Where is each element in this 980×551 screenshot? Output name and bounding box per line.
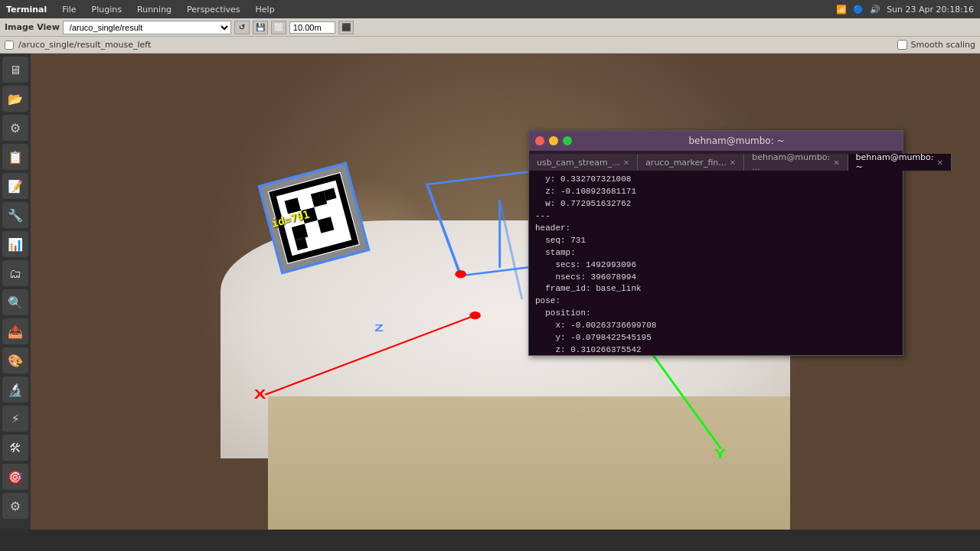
mouse-pos-text: /aruco_single/result_mouse_left [18, 40, 151, 50]
terminal-minimize-btn[interactable] [549, 136, 558, 145]
sidebar-icon-list[interactable]: 📋 [2, 144, 28, 170]
tab-close-behnam2[interactable]: ✕ [937, 158, 943, 167]
camera-image: id=701 X Y [31, 54, 980, 530]
terminal-line-3: --- [535, 210, 897, 223]
network-icon: 📶 [836, 5, 847, 15]
menu-file[interactable]: File [59, 3, 79, 16]
sidebar-icon-monitor[interactable]: 🖥 [2, 57, 28, 83]
terminal-line-10: pose: [535, 295, 897, 308]
sidebar-icon-text[interactable]: 📝 [2, 173, 28, 199]
terminal-line-13: y: -0.0798422545195 [535, 332, 897, 344]
refresh-btn[interactable]: ↺ [234, 21, 250, 34]
terminal-window: behnam@mumbo: ~ usb_cam_stream_... ✕ aru… [528, 130, 903, 356]
terminal-titlebar: behnam@mumbo: ~ [529, 131, 903, 151]
main-content: 🖥 📂 ⚙ 📋 📝 🔧 📊 🗂 🔍 📤 🎨 🔬 ⚡ 🛠 🎯 ⚙ [0, 54, 980, 530]
datetime: Sun 23 Apr 20:18:16 [887, 5, 974, 15]
sidebar-icon-folder[interactable]: 📂 [2, 86, 28, 112]
topic-selector[interactable]: /aruco_single/result [63, 21, 231, 34]
terminal-line-12: x: -0.00263736699708 [535, 320, 897, 332]
distance-input[interactable] [289, 21, 335, 34]
system-tray: 📶 🔵 🔊 Sun 23 Apr 20:18:16 [836, 5, 974, 15]
terminal-title: behnam@mumbo: ~ [577, 135, 897, 146]
terminal-line-2: w: 0.772951632762 [535, 198, 897, 210]
mouse-pos-bar: /aruco_single/result_mouse_left Smooth s… [0, 37, 980, 54]
terminal-maximize-btn[interactable] [563, 136, 572, 145]
terminal-body[interactable]: y: 0.332707321008 z: -0.108923681171 w: … [529, 171, 903, 355]
bluetooth-icon: 🔵 [853, 5, 864, 15]
sidebar-icon-archive[interactable]: 🗂 [2, 260, 28, 286]
zoom-fit-btn[interactable]: ⬜ [271, 21, 286, 34]
terminal-line-9: frame_id: base_link [535, 283, 897, 295]
terminal-line-7: secs: 1492993096 [535, 259, 897, 272]
left-sidebar: 🖥 📂 ⚙ 📋 📝 🔧 📊 🗂 🔍 📤 🎨 🔬 ⚡ 🛠 🎯 ⚙ [0, 54, 31, 530]
terminal-close-btn[interactable] [535, 136, 544, 145]
terminal-line-4: header: [535, 223, 897, 235]
mouse-pos-checkbox[interactable] [5, 41, 14, 50]
terminal-line-0: y: 0.332707321008 [535, 174, 897, 186]
menu-running[interactable]: Running [134, 3, 175, 16]
terminal-line-14: z: 0.310266375542 [535, 344, 897, 355]
terminal-line-6: stamp: [535, 247, 897, 259]
sidebar-icon-palette[interactable]: 🎨 [2, 347, 28, 373]
menu-help[interactable]: Help [253, 3, 278, 16]
menu-perspectives[interactable]: Perspectives [184, 3, 243, 16]
menu-bar: File Plugins Running Perspectives Help [59, 3, 836, 16]
tab-close-aruco[interactable]: ✕ [730, 158, 736, 167]
sidebar-icon-upload[interactable]: 📤 [2, 318, 28, 344]
tab-behnam-2[interactable]: behnam@mumbo: ~ ✕ [848, 154, 952, 171]
image-view: id=701 X Y [31, 54, 980, 530]
smooth-scaling-label: Smooth scaling [897, 40, 975, 50]
sidebar-icon-micro[interactable]: 🔬 [2, 377, 28, 403]
volume-icon: 🔊 [870, 5, 880, 15]
terminal-line-11: position: [535, 308, 897, 320]
tab-usb-cam[interactable]: usb_cam_stream_... ✕ [529, 154, 638, 171]
image-view-label: Image View [5, 22, 60, 32]
sidebar-icon-target[interactable]: 🎯 [2, 464, 28, 490]
save-btn[interactable]: 💾 [253, 21, 268, 34]
sidebar-icon-wrench[interactable]: 🛠 [2, 435, 28, 461]
square-btn[interactable]: ⬛ [338, 21, 354, 34]
terminal-line-8: nsecs: 396078994 [535, 272, 897, 284]
sidebar-icon-gear[interactable]: ⚙ [2, 493, 28, 519]
tab-close-behnam1[interactable]: ✕ [833, 158, 839, 167]
terminal-line-5: seq: 731 [535, 235, 897, 247]
tab-behnam-1[interactable]: behnam@mumbo: ... ✕ [744, 154, 848, 171]
image-view-bar: Image View /aruco_single/result ↺ 💾 ⬜ ⬛ [0, 18, 980, 37]
sidebar-icon-chart[interactable]: 📊 [2, 231, 28, 257]
sidebar-icon-tool[interactable]: 🔧 [2, 202, 28, 228]
system-bar: Terminal File Plugins Running Perspectiv… [0, 0, 980, 18]
terminal-tabs: usb_cam_stream_... ✕ aruco_marker_fin...… [529, 151, 903, 171]
sidebar-icon-settings[interactable]: ⚙ [2, 115, 28, 141]
sidebar-icon-search[interactable]: 🔍 [2, 289, 28, 315]
terminal-line-1: z: -0.108923681171 [535, 186, 897, 198]
pants-area [268, 396, 790, 530]
app-title: Terminal [6, 5, 47, 15]
sidebar-icon-bolt[interactable]: ⚡ [2, 406, 28, 432]
tab-aruco-marker[interactable]: aruco_marker_fin... ✕ [638, 154, 744, 171]
tab-close-usb-cam[interactable]: ✕ [623, 158, 629, 167]
menu-plugins[interactable]: Plugins [89, 3, 125, 16]
smooth-scaling-checkbox[interactable] [897, 40, 907, 50]
